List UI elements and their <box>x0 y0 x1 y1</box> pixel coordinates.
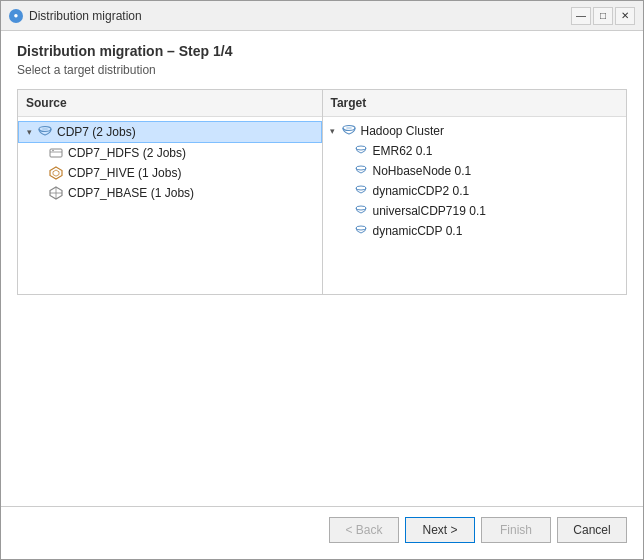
window-title: Distribution migration <box>29 9 142 23</box>
hdfs-icon <box>48 145 64 161</box>
source-tree: ▾ CDP7 (2 Jobs) <box>18 117 322 294</box>
svg-point-15 <box>356 206 366 210</box>
target-tree-item-dynamiccdp2[interactable]: dynamicCDP2 0.1 <box>323 181 627 201</box>
title-bar-left: ● Distribution migration <box>9 9 142 23</box>
minimize-button[interactable]: — <box>571 7 591 25</box>
target-panel: Target ▾ Hadoop Cluster <box>323 90 627 294</box>
svg-point-13 <box>356 166 366 170</box>
title-bar: ● Distribution migration — □ ✕ <box>1 1 643 31</box>
svg-marker-6 <box>53 170 59 176</box>
source-tree-item-hdfs[interactable]: CDP7_HDFS (2 Jobs) <box>18 143 322 163</box>
expand-icon-cdp7: ▾ <box>23 126 35 138</box>
dynamiccdp-icon <box>353 223 369 239</box>
source-tree-item-hive[interactable]: CDP7_HIVE (1 Jobs) <box>18 163 322 183</box>
expand-icon-dynamiccdp <box>339 225 351 237</box>
expand-icon-universalcdp719 <box>339 205 351 217</box>
hadoop-cluster-icon <box>341 123 357 139</box>
source-tree-item-hbase[interactable]: CDP7_HBASE (1 Jobs) <box>18 183 322 203</box>
svg-marker-5 <box>50 167 62 179</box>
target-label-universalcdp719: universalCDP719 0.1 <box>373 204 486 218</box>
nohbasenode-icon <box>353 163 369 179</box>
svg-rect-2 <box>50 149 62 157</box>
footer: < Back Next > Finish Cancel <box>17 498 627 547</box>
close-button[interactable]: ✕ <box>615 7 635 25</box>
cluster-icon-cdp7 <box>37 124 53 140</box>
svg-point-16 <box>356 226 366 230</box>
page-subtitle: Select a target distribution <box>17 63 627 77</box>
svg-point-1 <box>42 128 48 130</box>
finish-button[interactable]: Finish <box>481 517 551 543</box>
target-label-dynamiccdp2: dynamicCDP2 0.1 <box>373 184 470 198</box>
expand-icon-emr62 <box>339 145 351 157</box>
target-label-dynamiccdp: dynamicCDP 0.1 <box>373 224 463 238</box>
target-tree-item-universalcdp719[interactable]: universalCDP719 0.1 <box>323 201 627 221</box>
source-tree-item-cdp7[interactable]: ▾ CDP7 (2 Jobs) <box>18 121 322 143</box>
target-label-emr62: EMR62 0.1 <box>373 144 433 158</box>
window-controls: — □ ✕ <box>571 7 635 25</box>
main-content: Distribution migration – Step 1/4 Select… <box>1 31 643 559</box>
target-panel-header: Target <box>323 90 627 117</box>
target-tree: ▾ Hadoop Cluster <box>323 117 627 294</box>
cancel-button[interactable]: Cancel <box>557 517 627 543</box>
expand-icon-hdfs <box>34 147 46 159</box>
target-tree-item-emr62[interactable]: EMR62 0.1 <box>323 141 627 161</box>
target-tree-item-hadoop[interactable]: ▾ Hadoop Cluster <box>323 121 627 141</box>
page-title: Distribution migration – Step 1/4 <box>17 43 627 59</box>
source-panel-header: Source <box>18 90 322 117</box>
window-icon: ● <box>9 9 23 23</box>
empty-area <box>17 295 627 499</box>
expand-icon-hbase <box>34 187 46 199</box>
svg-point-14 <box>356 186 366 190</box>
hive-icon <box>48 165 64 181</box>
source-panel: Source ▾ CDP7 (2 Jobs) <box>18 90 323 294</box>
svg-point-11 <box>346 127 352 129</box>
dynamiccdp2-icon <box>353 183 369 199</box>
panels-container: Source ▾ CDP7 (2 Jobs) <box>17 89 627 295</box>
target-label-hadoop: Hadoop Cluster <box>361 124 444 138</box>
window: ● Distribution migration — □ ✕ Distribut… <box>0 0 644 560</box>
expand-icon-dynamiccdp2 <box>339 185 351 197</box>
expand-icon-hive <box>34 167 46 179</box>
emr62-icon <box>353 143 369 159</box>
expand-icon-nohbasenode <box>339 165 351 177</box>
source-label-hdfs: CDP7_HDFS (2 Jobs) <box>68 146 186 160</box>
target-tree-item-dynamiccdp[interactable]: dynamicCDP 0.1 <box>323 221 627 241</box>
target-label-nohbasenode: NoHbaseNode 0.1 <box>373 164 472 178</box>
source-label-hive: CDP7_HIVE (1 Jobs) <box>68 166 181 180</box>
source-label-cdp7: CDP7 (2 Jobs) <box>57 125 136 139</box>
hbase-icon <box>48 185 64 201</box>
next-button[interactable]: Next > <box>405 517 475 543</box>
universalcdp719-icon <box>353 203 369 219</box>
source-label-hbase: CDP7_HBASE (1 Jobs) <box>68 186 194 200</box>
back-button[interactable]: < Back <box>329 517 399 543</box>
expand-icon-hadoop: ▾ <box>327 125 339 137</box>
svg-point-12 <box>356 146 366 150</box>
target-tree-item-nohbasenode[interactable]: NoHbaseNode 0.1 <box>323 161 627 181</box>
maximize-button[interactable]: □ <box>593 7 613 25</box>
button-row: < Back Next > Finish Cancel <box>17 507 627 547</box>
svg-point-4 <box>52 150 54 152</box>
